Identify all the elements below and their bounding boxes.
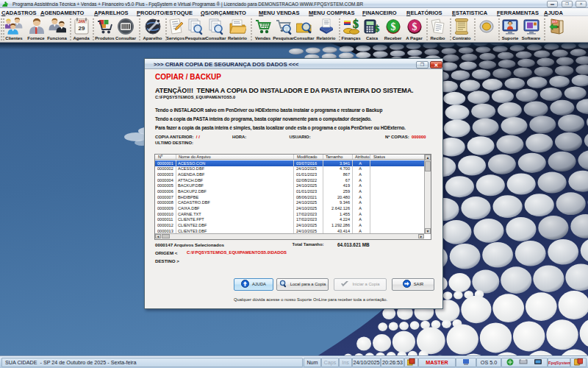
svg-text:29: 29 xyxy=(78,25,85,32)
svg-text:JAN: JAN xyxy=(78,20,85,24)
svg-text:$: $ xyxy=(353,18,359,30)
svg-text:$: $ xyxy=(390,21,395,32)
svg-text:$: $ xyxy=(412,21,417,32)
svg-text:$: $ xyxy=(375,23,380,34)
svg-text:EXIT: EXIT xyxy=(552,21,557,24)
